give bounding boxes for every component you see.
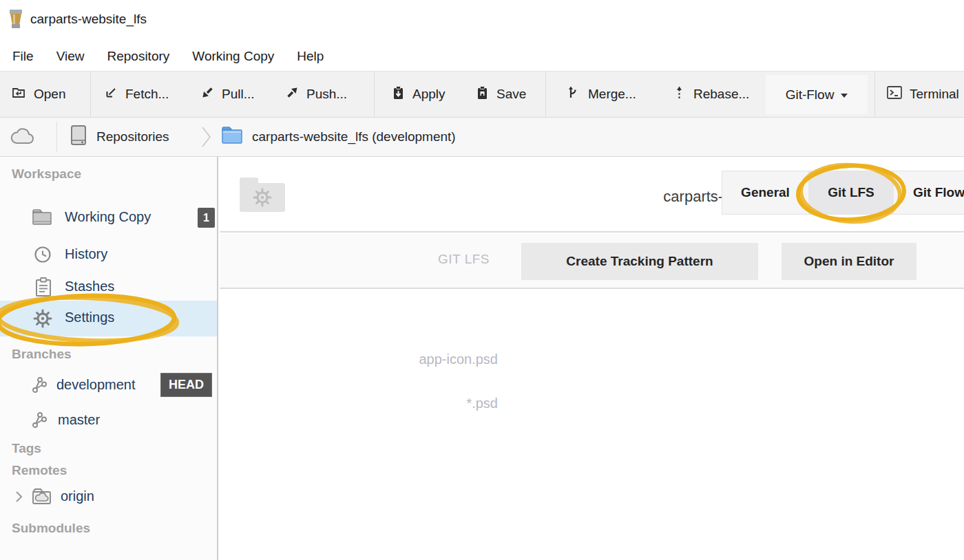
drive-icon [67, 124, 90, 151]
repo-folder-icon [220, 125, 244, 149]
git-flow-button[interactable]: Git-Flow [766, 75, 868, 114]
toolbar: Open Fetch... Pull... [0, 71, 964, 118]
tracked-pattern-row[interactable]: app-icon.psd [220, 351, 498, 367]
gitflow-caret-icon [841, 94, 848, 98]
main-panel: carparts-website_lfs General Git LFS Git… [220, 157, 964, 560]
rebase-icon [671, 85, 687, 104]
title-bar: carparts-website_lfs [0, 0, 964, 41]
expand-chevron-icon[interactable] [14, 490, 23, 506]
menu-help[interactable]: Help [297, 49, 324, 64]
open-icon [11, 85, 28, 105]
stashes-icon [34, 276, 53, 301]
toolbar-separator [90, 72, 91, 117]
push-icon [284, 85, 300, 104]
breadcrumb-repositories[interactable]: Repositories [67, 118, 169, 156]
git-lfs-toolbar: GIT LFS Create Tracking Pattern Open in … [220, 234, 964, 289]
sidebar-section-submodules: Submodules [12, 521, 90, 536]
head-badge: HEAD [160, 373, 212, 397]
breadcrumb-separator [56, 122, 57, 152]
sidebar-item-remote-origin[interactable]: origin [0, 482, 217, 512]
sidebar-item-branch-development[interactable]: development HEAD [0, 370, 217, 400]
origin-icon [30, 486, 52, 510]
cloud-icon[interactable] [10, 118, 37, 156]
sidebar-item-stashes[interactable]: Stashes [0, 272, 217, 302]
menu-file[interactable]: File [12, 49, 34, 64]
working-copy-count-badge: 1 [198, 208, 215, 228]
tracked-pattern-row[interactable]: *.psd [220, 395, 498, 411]
save-button[interactable]: Save [474, 72, 526, 117]
sidebar-section-branches: Branches [12, 347, 72, 362]
window-title: carparts-website_lfs [30, 12, 147, 27]
open-in-editor-button[interactable]: Open in Editor [782, 243, 916, 280]
save-icon [474, 85, 490, 105]
sidebar-item-history[interactable]: History [0, 239, 217, 270]
settings-tabstrip: General Git LFS Git Flow [722, 171, 964, 215]
pull-button[interactable]: Pull... [200, 72, 255, 117]
terminal-button[interactable]: Terminal [886, 72, 959, 117]
apply-icon [390, 85, 406, 105]
create-tracking-pattern-button[interactable]: Create Tracking Pattern [521, 243, 758, 280]
sourcetree-window: carparts-website_lfs File View Repositor… [0, 0, 964, 560]
menu-bar: File View Repository Working Copy Help [0, 41, 964, 71]
fetch-button[interactable]: Fetch... [103, 72, 169, 117]
sidebar-section-workspace: Workspace [12, 166, 81, 182]
toolbar-separator [545, 72, 546, 117]
history-icon [32, 244, 53, 268]
breadcrumb: Repositories carparts-website_lfs (devel… [0, 118, 964, 157]
menu-working-copy[interactable]: Working Copy [192, 49, 274, 64]
breadcrumb-chevron-icon [200, 118, 213, 156]
sidebar: Workspace Working Copy 1 History [0, 157, 218, 560]
pull-icon [200, 85, 216, 104]
merge-icon [566, 85, 582, 104]
sidebar-section-tags: Tags [12, 441, 41, 456]
branch-icon [30, 411, 50, 433]
sidebar-item-working-copy[interactable]: Working Copy [0, 202, 217, 233]
toolbar-separator [874, 72, 875, 117]
terminal-icon [886, 84, 903, 105]
tab-general[interactable]: General [722, 171, 808, 214]
merge-button[interactable]: Merge... [566, 72, 636, 117]
tab-git-lfs[interactable]: Git LFS [808, 171, 894, 214]
rebase-button[interactable]: Rebase... [671, 72, 749, 117]
toolbar-separator [374, 72, 375, 117]
repo-settings-icon [238, 175, 287, 217]
sourcetree-app-icon [7, 9, 25, 32]
breadcrumb-current-repo[interactable]: carparts-website_lfs (development) [220, 118, 456, 156]
branch-icon [30, 376, 50, 398]
apply-button[interactable]: Apply [390, 72, 446, 117]
tab-git-flow[interactable]: Git Flow [894, 171, 964, 214]
repo-settings-header: carparts-website_lfs General Git LFS Git… [220, 157, 964, 233]
fetch-icon [103, 85, 119, 104]
open-button[interactable]: Open [11, 72, 65, 117]
menu-repository[interactable]: Repository [107, 49, 169, 64]
sidebar-item-branch-master[interactable]: master [0, 405, 217, 435]
sidebar-item-settings[interactable]: Settings [0, 301, 217, 336]
working-copy-icon [31, 207, 53, 230]
push-button[interactable]: Push... [284, 72, 347, 117]
menu-view[interactable]: View [56, 49, 85, 64]
git-lfs-section-label: GIT LFS [220, 252, 490, 267]
settings-icon [32, 308, 53, 332]
sidebar-section-remotes: Remotes [12, 463, 67, 478]
